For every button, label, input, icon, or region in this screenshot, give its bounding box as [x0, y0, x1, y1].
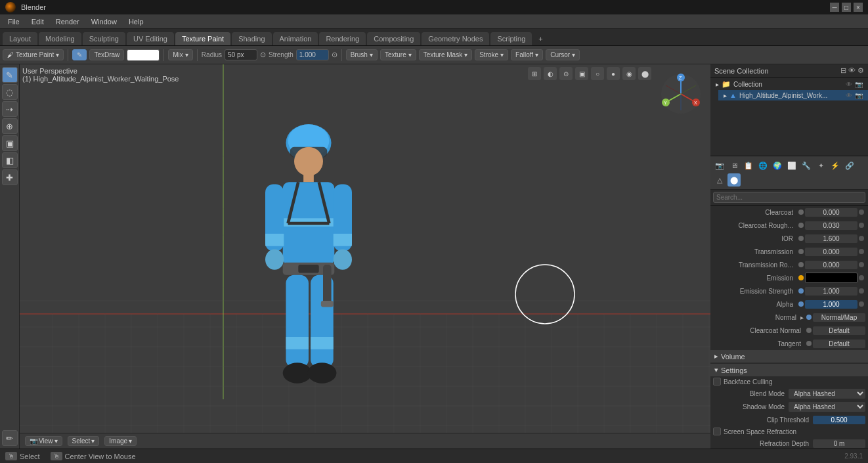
outliner-filter-icon[interactable]: ⊟ — [840, 66, 846, 75]
props-icon-world[interactable]: 🌍 — [771, 159, 784, 172]
close-button[interactable]: × — [854, 3, 863, 12]
clip-threshold-value[interactable]: 0.500 — [813, 416, 865, 424]
blend-dropdown[interactable]: Mix ▾ — [168, 49, 193, 60]
collection-camera-icon[interactable]: 📷 — [855, 81, 863, 88]
tool-draw[interactable]: ✎ — [2, 67, 18, 83]
clearcoat-rough-value[interactable]: 0.030 — [805, 221, 857, 230]
props-icon-constraints[interactable]: 🔗 — [843, 159, 856, 172]
falloff-dropdown[interactable]: Falloff ▾ — [511, 49, 543, 60]
normal-value[interactable]: Normal/Map — [813, 313, 865, 322]
emission-strength-dot[interactable] — [798, 288, 804, 294]
viewport-image-btn[interactable]: Image ▾ — [104, 436, 137, 446]
brush-type-button[interactable]: ✎ — [72, 49, 87, 60]
title-bar-controls[interactable]: ─ □ × — [830, 3, 863, 12]
clearcoat-dot[interactable] — [798, 209, 804, 215]
viewport-wireframe-icon[interactable]: ○ — [591, 67, 604, 80]
props-icon-material[interactable]: ⬤ — [727, 173, 741, 187]
viewport-xray-icon[interactable]: ▣ — [575, 67, 588, 80]
menu-file[interactable]: File — [3, 16, 25, 27]
stroke-dropdown[interactable]: Stroke ▾ — [475, 49, 508, 60]
texture-dropdown[interactable]: Texture ▾ — [380, 49, 416, 60]
texture-mask-dropdown[interactable]: Texture Mask ▾ — [419, 49, 472, 60]
menu-window[interactable]: Window — [86, 16, 122, 27]
tab-geometry-nodes[interactable]: Geometry Nodes — [422, 32, 489, 45]
viewport-rendered-icon[interactable]: ⬤ — [638, 67, 651, 80]
ior-value[interactable]: 1.600 — [805, 234, 857, 243]
character-eye-icon[interactable]: 👁 — [846, 92, 852, 99]
tab-rendering[interactable]: Rendering — [319, 32, 366, 45]
brush-name-button[interactable]: TexDraw — [89, 49, 124, 60]
tool-annotate[interactable]: ✏ — [2, 430, 18, 446]
props-search-input[interactable] — [713, 192, 865, 203]
transmission-rough-value[interactable]: 0.000 — [805, 261, 857, 269]
emission-dot[interactable] — [798, 275, 804, 280]
viewport-display-icon[interactable]: ⊞ — [528, 67, 541, 80]
tab-compositing[interactable]: Compositing — [367, 32, 420, 45]
backface-checkbox[interactable] — [713, 378, 721, 386]
outliner-eye-icon[interactable]: 👁 — [848, 66, 856, 75]
collection-eye-icon[interactable]: 👁 — [846, 81, 852, 88]
props-icon-modifier[interactable]: 🔧 — [800, 159, 813, 172]
viewport-solid-icon[interactable]: ● — [607, 67, 620, 80]
alpha-dot[interactable] — [798, 301, 804, 307]
tab-animation[interactable]: Animation — [273, 32, 318, 45]
shadow-mode-dropdown[interactable]: Alpha Hashed None Opaque Alpha Clip — [789, 402, 865, 412]
tool-sample[interactable]: ✚ — [2, 169, 18, 185]
props-icon-object-data[interactable]: △ — [713, 173, 726, 187]
viewport-shading-icon[interactable]: ◐ — [544, 67, 557, 80]
clearcoat-normal-dot[interactable] — [806, 328, 812, 333]
tab-uv-editing[interactable]: UV Editing — [127, 32, 174, 45]
brush-dropdown[interactable]: Brush ▾ — [346, 49, 378, 60]
emission-strength-value[interactable]: 1.000 — [805, 287, 857, 296]
blend-mode-dropdown[interactable]: Alpha Hashed Opaque Alpha Clip Alpha Ble… — [789, 389, 865, 399]
menu-render[interactable]: Render — [51, 16, 85, 27]
settings-header[interactable]: ▾ Settings — [710, 364, 868, 376]
tangent-dot[interactable] — [806, 341, 812, 346]
tab-layout[interactable]: Layout — [3, 32, 37, 45]
transmission-rough-dot[interactable] — [798, 262, 804, 267]
props-icon-render[interactable]: 📷 — [713, 159, 726, 172]
screen-refraction-checkbox[interactable] — [713, 428, 721, 435]
add-workspace-button[interactable]: + — [533, 32, 548, 45]
viewport-mode-btn[interactable]: 📷 View ▾ — [25, 436, 62, 446]
props-icon-scene[interactable]: 🌐 — [756, 159, 770, 172]
menu-edit[interactable]: Edit — [26, 16, 49, 27]
props-icon-physics[interactable]: ⚡ — [829, 159, 842, 172]
outliner-item-character[interactable]: ▸ ▲ High_Altitude_Alpinist_Work... 👁 📷 — [718, 90, 868, 100]
tool-soften[interactable]: ◌ — [2, 84, 18, 100]
transmission-dot[interactable] — [798, 249, 804, 254]
outliner-item-collection[interactable]: ▸ 📁 Collection 👁 📷 — [710, 79, 868, 90]
viewport-material-icon[interactable]: ◉ — [622, 67, 636, 80]
tool-mask[interactable]: ◧ — [2, 152, 18, 168]
tab-sculpting[interactable]: Sculpting — [83, 32, 125, 45]
menu-help[interactable]: Help — [123, 16, 149, 27]
viewport[interactable]: User Perspective (1) High_Altitude_Alpin… — [20, 64, 710, 449]
nav-gizmo[interactable]: Z X Y — [658, 71, 704, 117]
color-box[interactable] — [127, 49, 160, 61]
viewport-overlay-icon[interactable]: ⊙ — [559, 67, 573, 80]
props-icon-view-layer[interactable]: 📋 — [742, 159, 755, 172]
tab-shading[interactable]: Shading — [232, 32, 271, 45]
ior-dot[interactable] — [798, 236, 804, 241]
props-icon-output[interactable]: 🖥 — [727, 159, 741, 172]
viewport-select-btn[interactable]: Select ▾ — [68, 436, 100, 446]
transmission-value[interactable]: 0.000 — [805, 248, 857, 256]
normal-dot[interactable] — [806, 315, 812, 320]
clearcoat-value[interactable]: 0.000 — [805, 208, 857, 217]
alpha-value[interactable]: 1.000 — [805, 300, 857, 309]
mode-selector[interactable]: 🖌 Texture Paint ▾ — [3, 49, 64, 60]
strength-input[interactable] — [296, 49, 329, 60]
clearcoat-normal-value[interactable]: Default — [813, 326, 865, 335]
clearcoat-rough-dot[interactable] — [798, 223, 804, 228]
props-icon-object[interactable]: ⬜ — [785, 159, 798, 172]
tool-smear[interactable]: ⇢ — [2, 101, 18, 117]
props-icon-particles[interactable]: ✦ — [814, 159, 827, 172]
refraction-depth-value[interactable]: 0 m — [813, 439, 865, 448]
tangent-value[interactable]: Default — [813, 340, 865, 348]
emission-color-box[interactable] — [805, 273, 857, 283]
radius-input[interactable] — [225, 49, 257, 60]
tab-scripting[interactable]: Scripting — [490, 32, 532, 45]
tab-modeling[interactable]: Modeling — [39, 32, 81, 45]
minimize-button[interactable]: ─ — [830, 3, 839, 12]
cursor-dropdown[interactable]: Cursor ▾ — [546, 49, 580, 60]
